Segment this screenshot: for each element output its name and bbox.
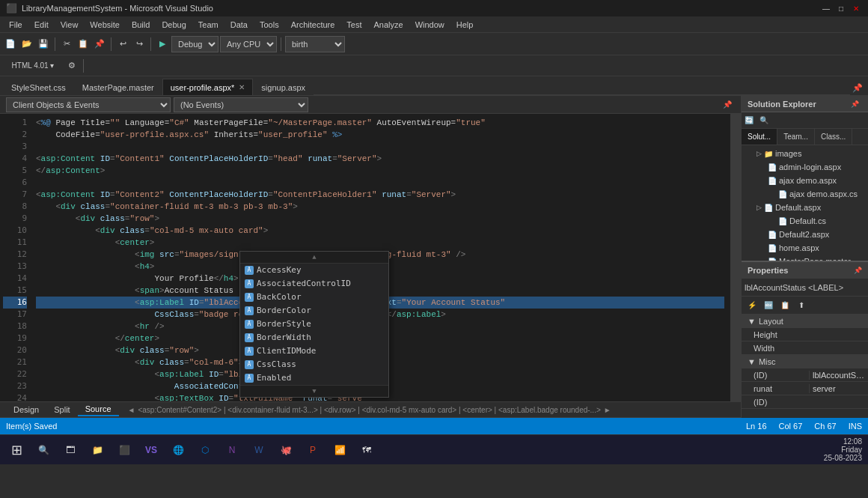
paste-btn[interactable]: 📌 [92, 37, 107, 52]
editor-pin-btn[interactable]: 📌 [720, 97, 735, 112]
powerpoint-button[interactable]: P [302, 440, 323, 461]
tree-item-images[interactable]: ▷ 📁 images [743, 147, 867, 160]
client-objects-dropdown[interactable]: Client Objects & Events [6, 97, 171, 112]
branch-dropdown[interactable]: birth [285, 36, 345, 52]
taskview-button[interactable]: 🗔 [60, 440, 81, 461]
word-button[interactable]: W [248, 440, 269, 461]
props-icon-btn2[interactable]: 🔤 [761, 298, 776, 313]
ac-item-backcolor[interactable]: A BackColor [240, 291, 388, 304]
tab-signup[interactable]: signup.aspx [253, 79, 314, 95]
format-btn[interactable]: ⚙ [64, 58, 79, 73]
tab-stylesheet[interactable]: StyleSheet.css [3, 79, 74, 95]
se-tab-class[interactable]: Class... [815, 129, 852, 145]
se-pin-btn[interactable]: 📌 [847, 97, 862, 112]
arrow-images[interactable]: ▷ [757, 150, 762, 157]
tab-close-userprofile[interactable]: ✕ [239, 83, 245, 91]
vscode-button[interactable]: ⬡ [195, 440, 216, 461]
ac-item-borderwidth[interactable]: A BorderWidth [240, 331, 388, 344]
menu-item-tools[interactable]: Tools [254, 19, 285, 31]
properties-pin-btn[interactable]: 📌 [854, 267, 862, 274]
vs-button[interactable]: VS [141, 440, 162, 461]
tree-item-default2[interactable]: 📄 Default2.aspx [743, 228, 867, 241]
menu-item-help[interactable]: Help [450, 19, 480, 31]
se-tab-solution[interactable]: Solut... [742, 129, 777, 145]
tree-item-default-cs[interactable]: 📄 Default.cs [743, 214, 867, 228]
ac-item-bordercolor[interactable]: A BorderColor [240, 304, 388, 318]
menu-item-file[interactable]: File [3, 19, 28, 31]
tree-item-masterpage[interactable]: 📄 MasterPage.master [743, 255, 867, 261]
se-refresh-btn[interactable]: 🔄 [742, 112, 757, 127]
tree-item-admin-login[interactable]: 📄 admin-login.aspx [743, 160, 867, 174]
redo-btn[interactable]: ↪ [132, 37, 147, 52]
ac-item-borderstyle[interactable]: A BorderStyle [240, 318, 388, 331]
tab-split[interactable]: Split [46, 404, 77, 416]
copy-btn[interactable]: 📋 [76, 37, 91, 52]
platform-dropdown[interactable]: Any CPU [220, 36, 277, 52]
menu-item-debug[interactable]: Debug [156, 19, 192, 31]
start-button[interactable]: ⊞ [6, 440, 27, 461]
menu-item-data[interactable]: Data [224, 19, 254, 31]
tab-masterpage[interactable]: MasterPage.master [74, 79, 162, 95]
props-icon-btn4[interactable]: ⬆ [794, 298, 809, 313]
pin-panel-btn[interactable]: 📌 [850, 80, 865, 95]
prop-value-id[interactable]: lblAccountStatus [809, 371, 868, 380]
maximize-button[interactable]: □ [835, 2, 847, 14]
save-btn[interactable]: 💾 [36, 37, 51, 52]
menu-item-team[interactable]: Team [192, 19, 224, 31]
ac-item-enabled[interactable]: A Enabled [240, 371, 388, 385]
tab-userprofile[interactable]: user-profile.aspx* ✕ [162, 79, 254, 95]
onenote-button[interactable]: N [221, 440, 242, 461]
ac-item-clientidmode[interactable]: A ClientIDMode [240, 344, 388, 358]
tree-item-default-aspx[interactable]: ▷ 📄 Default.aspx [743, 201, 867, 214]
tab-source[interactable]: Source [78, 403, 119, 416]
events-dropdown[interactable]: (No Events) [174, 97, 308, 112]
props-icon-btn1[interactable]: ⚡ [745, 298, 760, 313]
terminal-button[interactable]: ⬛ [114, 440, 135, 461]
menu-item-window[interactable]: Window [409, 19, 450, 31]
menu-item-website[interactable]: Website [84, 19, 126, 31]
open-btn[interactable]: 📂 [19, 37, 34, 52]
props-icon-btn3[interactable]: 📋 [777, 298, 792, 313]
wifi-button[interactable]: 📶 [329, 440, 350, 461]
autocomplete-scroll-down[interactable]: ▼ [240, 385, 388, 397]
editor-scrollbar[interactable] [730, 114, 741, 401]
start-debug-btn[interactable]: ▶ [155, 37, 170, 52]
cut-btn[interactable]: ✂ [59, 37, 74, 52]
prop-value-runat[interactable]: server [809, 384, 868, 393]
tree-item-ajax-demo[interactable]: 📄 ajax demo.aspx [743, 174, 867, 187]
menu-item-view[interactable]: View [55, 19, 85, 31]
menu-item-edit[interactable]: Edit [28, 19, 55, 31]
ac-item-cssclass[interactable]: A CssClass [240, 358, 388, 371]
tree-item-home[interactable]: 📄 home.aspx [743, 241, 867, 255]
menu-item-test[interactable]: Test [340, 19, 367, 31]
editor-content[interactable]: 12345 678910 1112131415 16 17181920 2122… [0, 114, 741, 401]
menu-item-analyze[interactable]: Analyze [368, 19, 409, 31]
files-button[interactable]: 📁 [87, 440, 108, 461]
sep3 [150, 37, 151, 51]
new-file-btn[interactable]: 📄 [3, 37, 18, 52]
close-button[interactable]: ✕ [850, 2, 862, 14]
maps-button[interactable]: 🗺 [356, 440, 377, 461]
html-dropdown[interactable]: HTML 4.01 ▾ [3, 58, 63, 73]
autocomplete-dropdown[interactable]: ▲ A AccessKey A AssociatedControlID A Ba… [239, 251, 389, 398]
prop-section-layout-header[interactable]: ▼ Layout [742, 315, 868, 328]
autocomplete-scroll-up[interactable]: ▲ [240, 252, 388, 264]
tab-design[interactable]: Design [6, 404, 46, 416]
git-button[interactable]: 🐙 [275, 440, 296, 461]
tree-item-ajax-demo-cs[interactable]: 📄 ajax demo.aspx.cs [743, 187, 867, 201]
minimize-button[interactable]: — [820, 2, 832, 14]
arrow-default[interactable]: ▷ [757, 204, 762, 211]
search-button[interactable]: 🔍 [33, 440, 54, 461]
chrome-button[interactable]: 🌐 [168, 440, 189, 461]
title-bar-controls[interactable]: — □ ✕ [820, 2, 862, 14]
se-tab-team[interactable]: Team... [777, 129, 815, 145]
code-editor[interactable]: <%@ Page Title="" Language="C#" MasterPa… [30, 114, 730, 401]
debug-mode-dropdown[interactable]: Debug [171, 36, 218, 52]
menu-item-build[interactable]: Build [126, 19, 156, 31]
menu-item-architecture[interactable]: Architecture [285, 19, 341, 31]
ac-item-associatedcontrolid[interactable]: A AssociatedControlID [240, 277, 388, 291]
prop-section-misc-header[interactable]: ▼ Misc [742, 355, 868, 368]
undo-btn[interactable]: ↩ [115, 37, 130, 52]
ac-item-accesskey[interactable]: A AccessKey [240, 264, 388, 277]
se-filter-btn[interactable]: 🔍 [757, 112, 771, 127]
